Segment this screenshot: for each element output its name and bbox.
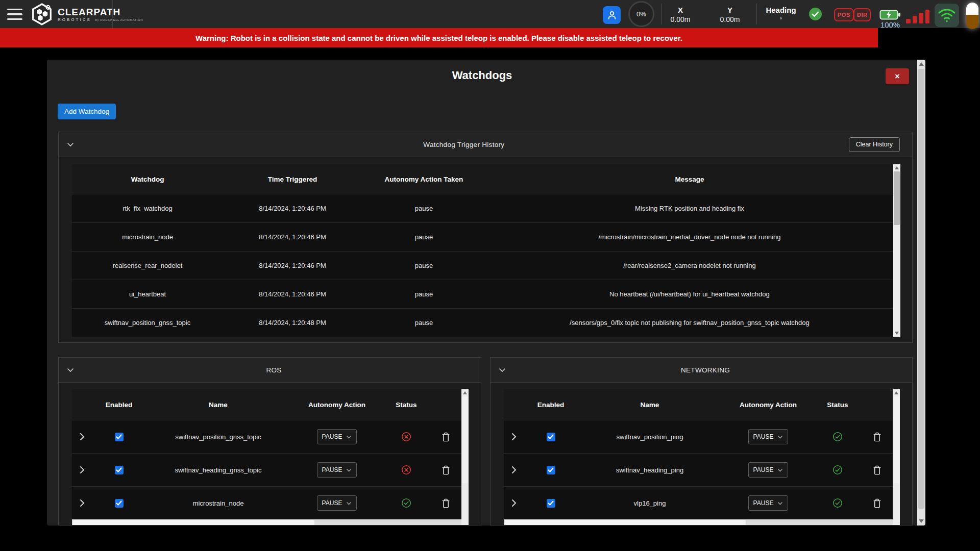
column-header-name: Name xyxy=(577,401,722,409)
status-icon xyxy=(401,432,411,442)
user-icon[interactable] xyxy=(603,6,621,24)
delete-watchdog-trash-icon[interactable] xyxy=(872,431,883,443)
column-header-message: Message xyxy=(486,176,893,183)
chevron-down-icon xyxy=(346,435,352,439)
autonomy-action-select[interactable]: PAUSE xyxy=(748,495,789,511)
top-bar: CLEARPATH ROBOTICS by ROCKWELL AUTOMATIO… xyxy=(0,0,980,28)
brand-byline: by ROCKWELL AUTOMATION xyxy=(95,18,143,21)
scroll-down-icon[interactable] xyxy=(919,519,924,523)
delete-watchdog-trash-icon[interactable] xyxy=(440,464,451,476)
scrollbar-thumb[interactable] xyxy=(73,520,314,525)
add-watchdog-button[interactable]: Add Watchdog xyxy=(58,104,116,119)
column-header-watchdog: Watchdog xyxy=(72,176,223,183)
history-table-scrollbar[interactable] xyxy=(893,164,900,337)
collapse-chevron-down-icon[interactable] xyxy=(67,142,79,147)
expand-row-chevron-right-icon[interactable] xyxy=(78,432,87,442)
column-header-autonomy-action-taken: Autonomy Action Taken xyxy=(362,176,486,183)
ros-table-horizontal-scrollbar[interactable] xyxy=(72,519,461,525)
topbar-divider xyxy=(662,4,662,24)
expand-row-chevron-right-icon[interactable] xyxy=(509,465,519,475)
delete-watchdog-trash-icon[interactable] xyxy=(440,431,451,443)
history-table-header: Watchdog Time Triggered Autonomy Action … xyxy=(72,164,893,194)
expand-row-chevron-right-icon[interactable] xyxy=(78,465,87,475)
column-header-enabled: Enabled xyxy=(92,401,145,409)
chevron-down-icon xyxy=(346,502,352,505)
ros-table-scrollbar[interactable] xyxy=(461,389,469,525)
wifi-icon[interactable] xyxy=(935,4,959,27)
networking-table-scrollbar[interactable] xyxy=(893,389,900,525)
expand-row-chevron-right-icon[interactable] xyxy=(509,498,519,508)
screen: CLEARPATH ROBOTICS by ROCKWELL AUTOMATIO… xyxy=(0,0,980,551)
history-time-cell: 8/14/2024, 1:20:46 PM xyxy=(223,205,362,212)
ros-panel: ROS Enabled Name Autonomy Action Status xyxy=(58,357,481,525)
history-message-cell: /microstrain/microstrain_inertial_driver… xyxy=(486,233,893,241)
collision-warning-banner: Warning: Robot is in a collision state a… xyxy=(0,28,878,47)
scroll-up-icon[interactable] xyxy=(895,166,899,169)
modal-scrollbar[interactable] xyxy=(917,60,925,525)
column-header-status: Status xyxy=(814,401,861,409)
enabled-checkbox[interactable] xyxy=(115,499,124,508)
autonomy-action-select[interactable]: PAUSE xyxy=(748,429,789,444)
pos-badge: POS xyxy=(834,8,854,21)
watchdog-row: microstrain_node PAUSE xyxy=(72,486,461,519)
delete-watchdog-trash-icon[interactable] xyxy=(872,464,883,476)
enabled-checkbox[interactable] xyxy=(547,499,555,508)
battery-percent: 100% xyxy=(874,20,906,29)
delete-watchdog-trash-icon[interactable] xyxy=(440,497,451,509)
autonomy-action-select[interactable]: PAUSE xyxy=(317,495,357,511)
status-icon xyxy=(401,498,411,508)
scroll-down-icon[interactable] xyxy=(895,332,899,335)
brand-name: CLEARPATH xyxy=(58,7,143,17)
enabled-checkbox[interactable] xyxy=(115,433,124,441)
history-table-row: rtk_fix_watchdog 8/14/2024, 1:20:46 PM p… xyxy=(72,194,893,222)
scrollbar-thumb[interactable] xyxy=(918,69,924,509)
networking-table-header: Enabled Name Autonomy Action Status xyxy=(504,389,893,420)
autonomy-action-value: PAUSE xyxy=(322,499,342,507)
networking-table: Enabled Name Autonomy Action Status swif… xyxy=(504,389,900,525)
autonomy-action-select[interactable]: PAUSE xyxy=(317,462,357,478)
watchdog-name: vlp16_ping xyxy=(577,499,722,507)
ros-table-header: Enabled Name Autonomy Action Status xyxy=(72,389,461,420)
x-label: X xyxy=(678,5,683,15)
autonomy-action-select[interactable]: PAUSE xyxy=(748,462,789,478)
scroll-up-icon[interactable] xyxy=(894,391,898,394)
expand-row-chevron-right-icon[interactable] xyxy=(78,498,87,508)
ros-panel-title: ROS xyxy=(79,366,469,374)
scrollbar-thumb[interactable] xyxy=(894,171,900,225)
scrollbar-thumb[interactable] xyxy=(462,396,468,483)
clear-history-button[interactable]: Clear History xyxy=(849,137,900,152)
ros-table-body: swiftnav_position_gnss_topic PAUSE xyxy=(72,420,461,519)
close-button[interactable]: × xyxy=(886,68,909,84)
battery-vertical-indicator xyxy=(966,3,978,29)
heading-label: Heading xyxy=(766,5,796,15)
brand-sub: ROBOTICS xyxy=(58,17,91,22)
expand-row-chevron-right-icon[interactable] xyxy=(509,432,519,442)
column-header-autonomy-action: Autonomy Action xyxy=(291,401,383,409)
history-table-row: ui_heartbeat 8/14/2024, 1:20:46 PM pause… xyxy=(72,280,893,308)
history-message-cell: Missing RTK position and heading fix xyxy=(486,205,893,212)
y-coordinate: Y 0.00m xyxy=(715,4,745,25)
watchdog-row: swiftnav_position_ping PAUSE xyxy=(504,420,893,453)
autonomy-action-select[interactable]: PAUSE xyxy=(317,429,357,444)
scrollbar-thumb[interactable] xyxy=(893,396,899,483)
collapse-chevron-down-icon[interactable] xyxy=(67,368,79,372)
enabled-checkbox[interactable] xyxy=(547,433,555,441)
delete-watchdog-trash-icon[interactable] xyxy=(872,497,883,509)
scroll-up-icon[interactable] xyxy=(919,62,924,66)
chevron-down-icon xyxy=(346,468,352,472)
history-table-body: rtk_fix_watchdog 8/14/2024, 1:20:46 PM p… xyxy=(72,194,893,337)
enabled-checkbox[interactable] xyxy=(547,466,555,474)
watchdogs-modal: Watchdogs × Add Watchdog Watchdog Trigge… xyxy=(47,60,925,525)
history-time-cell: 8/14/2024, 1:20:46 PM xyxy=(223,290,362,298)
chevron-down-icon xyxy=(777,502,783,505)
signal-bars-icon xyxy=(906,10,929,23)
collapse-chevron-down-icon[interactable] xyxy=(499,368,511,372)
networking-table-horizontal-scrollbar[interactable] xyxy=(504,519,893,525)
topbar-divider xyxy=(112,0,113,28)
menu-icon[interactable] xyxy=(7,7,24,22)
watchdog-row: swiftnav_position_gnss_topic PAUSE xyxy=(72,420,461,453)
scroll-up-icon[interactable] xyxy=(463,391,467,394)
watchdog-row: vlp16_ping PAUSE xyxy=(504,486,893,519)
enabled-checkbox[interactable] xyxy=(115,466,124,474)
scrollbar-thumb[interactable] xyxy=(505,520,746,525)
